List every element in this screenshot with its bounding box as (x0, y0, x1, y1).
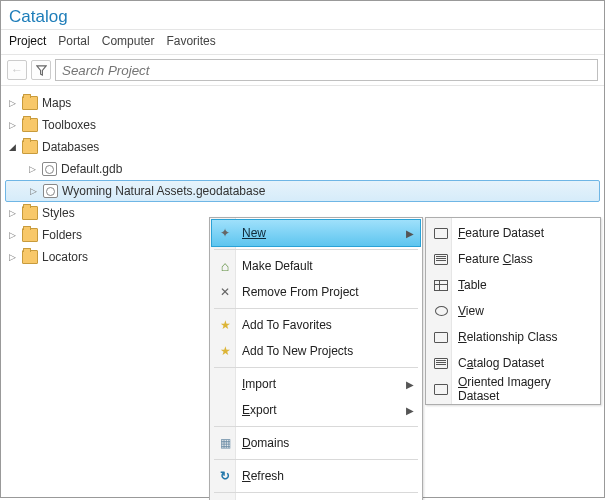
tree-label: Databases (42, 140, 600, 154)
tree-item-databases[interactable]: ◢ Databases (5, 136, 600, 158)
menu-label: Make Default (242, 259, 414, 273)
menu-label: Domains (242, 436, 414, 450)
remove-icon (216, 283, 234, 301)
chevron-right-icon: ▶ (406, 379, 414, 390)
submenu-item-feature-class[interactable]: Feature Class (428, 246, 598, 272)
submenu-item-catalog-dataset[interactable]: Catalog Dataset (428, 350, 598, 376)
expander-icon[interactable]: ▷ (7, 230, 18, 241)
menu-item-refresh[interactable]: Refresh (212, 463, 420, 489)
menu-label: Oriented Imagery Dataset (458, 375, 592, 403)
menu-label: Feature Class (458, 252, 592, 266)
tree-label: Default.gdb (61, 162, 600, 176)
feature-class-icon (432, 250, 450, 268)
tree-item-default-gdb[interactable]: ▷ Default.gdb (5, 158, 600, 180)
title-bar: Catalog (1, 1, 604, 30)
menu-label: New (242, 226, 398, 240)
menu-item-make-default[interactable]: Make Default (212, 253, 420, 279)
tab-project[interactable]: Project (9, 34, 46, 48)
toolbar: ← (1, 55, 604, 86)
tree-label: Toolboxes (42, 118, 600, 132)
catalog-dataset-icon (432, 354, 450, 372)
star-icon (216, 342, 234, 360)
tabs-bar: Project Portal Computer Favorites (1, 30, 604, 55)
expander-icon[interactable]: ▷ (7, 208, 18, 219)
relationship-icon (432, 328, 450, 346)
menu-label: Feature Dataset (458, 226, 592, 240)
menu-separator (214, 249, 418, 250)
menu-item-remove[interactable]: Remove From Project (212, 279, 420, 305)
search-input[interactable] (62, 63, 591, 78)
domains-icon (216, 434, 234, 452)
folder-icon (22, 118, 38, 132)
folder-icon (22, 140, 38, 154)
expander-icon[interactable]: ▷ (7, 98, 18, 109)
database-icon (43, 184, 58, 198)
menu-separator (214, 426, 418, 427)
tree-item-selected-db[interactable]: ▷ Wyoming Natural Assets.geodatabase (5, 180, 600, 202)
menu-label: Add To Favorites (242, 318, 414, 332)
folder-icon (22, 96, 38, 110)
menu-label: Remove From Project (242, 285, 414, 299)
search-box (55, 59, 598, 81)
menu-label: Table (458, 278, 592, 292)
menu-label: Relationship Class (458, 330, 592, 344)
menu-item-copy[interactable]: Copy Ctrl+C (212, 496, 420, 500)
table-icon (432, 276, 450, 294)
chevron-right-icon: ▶ (406, 228, 414, 239)
menu-separator (214, 367, 418, 368)
menu-item-add-new-projects[interactable]: Add To New Projects (212, 338, 420, 364)
submenu-item-oriented-imagery[interactable]: Oriented Imagery Dataset (428, 376, 598, 402)
tree-label: Maps (42, 96, 600, 110)
folder-icon (22, 250, 38, 264)
menu-label: Add To New Projects (242, 344, 414, 358)
catalog-window: Catalog Project Portal Computer Favorite… (0, 0, 605, 498)
menu-item-export[interactable]: Export ▶ (212, 397, 420, 423)
menu-label: Import (242, 377, 398, 391)
menu-label: View (458, 304, 592, 318)
back-button[interactable]: ← (7, 60, 27, 80)
database-icon (42, 162, 57, 176)
tab-computer[interactable]: Computer (102, 34, 155, 48)
expander-icon[interactable]: ▷ (7, 120, 18, 131)
tree-item-maps[interactable]: ▷ Maps (5, 92, 600, 114)
new-submenu: Feature Dataset Feature Class Table View… (425, 217, 601, 405)
folder-icon (22, 206, 38, 220)
blank-icon (216, 375, 234, 393)
tab-favorites[interactable]: Favorites (166, 34, 215, 48)
menu-separator (214, 308, 418, 309)
star-icon (216, 316, 234, 334)
view-icon (432, 302, 450, 320)
submenu-item-view[interactable]: View (428, 298, 598, 324)
home-icon (216, 257, 234, 275)
menu-label: Catalog Dataset (458, 356, 592, 370)
filter-button[interactable] (31, 60, 51, 80)
folder-icon (22, 228, 38, 242)
menu-separator (214, 459, 418, 460)
sparkle-icon: ✦ (216, 224, 234, 242)
menu-label: Export (242, 403, 398, 417)
oriented-imagery-icon (432, 380, 450, 398)
blank-icon (216, 401, 234, 419)
context-menu: ✦ New ▶ Make Default Remove From Project… (209, 217, 423, 500)
menu-item-import[interactable]: Import ▶ (212, 371, 420, 397)
menu-label: Refresh (242, 469, 414, 483)
menu-item-domains[interactable]: Domains (212, 430, 420, 456)
tree-item-toolboxes[interactable]: ▷ Toolboxes (5, 114, 600, 136)
refresh-icon (216, 467, 234, 485)
menu-item-add-favorites[interactable]: Add To Favorites (212, 312, 420, 338)
expander-icon[interactable]: ▷ (7, 252, 18, 263)
chevron-right-icon: ▶ (406, 405, 414, 416)
expander-icon[interactable]: ▷ (27, 164, 38, 175)
expander-icon[interactable]: ◢ (7, 142, 18, 153)
filter-icon (36, 65, 47, 76)
expander-icon[interactable]: ▷ (28, 186, 39, 197)
feature-dataset-icon (432, 224, 450, 242)
window-title: Catalog (9, 7, 596, 27)
menu-separator (214, 492, 418, 493)
submenu-item-relationship-class[interactable]: Relationship Class (428, 324, 598, 350)
menu-item-new[interactable]: ✦ New ▶ (212, 220, 420, 246)
submenu-item-feature-dataset[interactable]: Feature Dataset (428, 220, 598, 246)
tab-portal[interactable]: Portal (58, 34, 89, 48)
submenu-item-table[interactable]: Table (428, 272, 598, 298)
tree-label: Wyoming Natural Assets.geodatabase (62, 184, 599, 198)
